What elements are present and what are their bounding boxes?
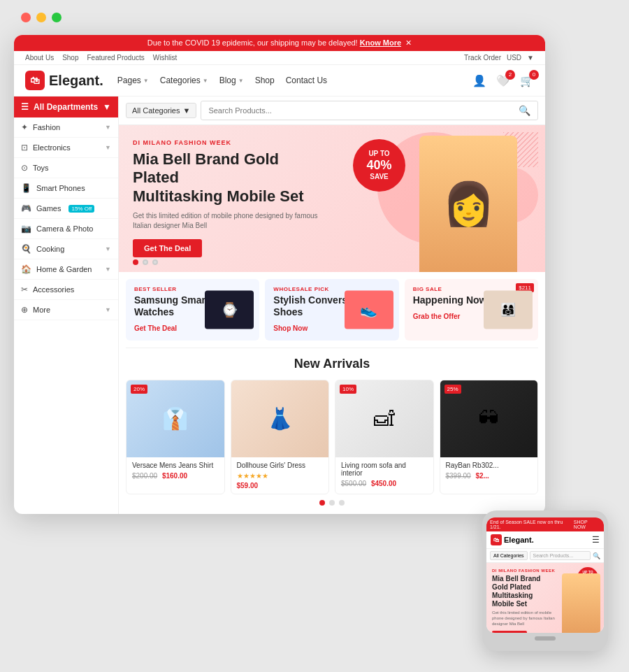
- nav-pages[interactable]: Pages▼: [117, 76, 149, 85]
- phone-hero-person: [562, 573, 600, 633]
- product-image-3: 10% 🛋: [335, 380, 433, 457]
- cart-badge: 0: [529, 70, 539, 80]
- smartphones-icon: 📱: [21, 183, 31, 193]
- more-caret-icon: ▼: [105, 306, 111, 313]
- electronics-caret-icon: ▼: [105, 144, 111, 151]
- utility-nav-left: About Us Shop Featured Products Wishlist: [25, 54, 177, 62]
- sidebar-item-games[interactable]: 🎮 Games 15% Off: [14, 199, 118, 219]
- hero-dot-3[interactable]: [152, 259, 158, 265]
- sidebar-item-accessories[interactable]: ✂ Accessories: [14, 280, 118, 300]
- home-icon: 🏠: [21, 264, 31, 274]
- shop-link[interactable]: Shop: [62, 54, 78, 62]
- user-icon[interactable]: 👤: [472, 74, 486, 87]
- badge-percent-text: 40%: [366, 158, 391, 173]
- products-dot-2[interactable]: [329, 500, 335, 506]
- badge-top-text: UP TO: [368, 150, 389, 158]
- sidebar-header-label: All Departments: [34, 102, 98, 112]
- promo-link-3[interactable]: Grab the Offer: [413, 313, 461, 320]
- sidebar-label-accessories: Accessories: [33, 285, 74, 294]
- sidebar-item-fashion[interactable]: ✦ Fashion ▼: [14, 117, 118, 138]
- track-order-link[interactable]: Track Order: [464, 54, 501, 62]
- sidebar-label-more: More: [33, 306, 50, 314]
- desktop-browser: Due to the COVID 19 epidemic, our shippi…: [14, 35, 545, 514]
- phone-logo: 🛍 Elegant.: [491, 534, 534, 545]
- hero-cta-button[interactable]: Get The Deal: [133, 239, 202, 257]
- product-name-3: Living room sofa and interior: [341, 462, 428, 477]
- cart-icon[interactable]: 🛒 0: [520, 74, 534, 87]
- category-select[interactable]: All Categories ▼: [126, 103, 196, 118]
- phone-hamburger-icon[interactable]: ☰: [592, 535, 600, 545]
- logo[interactable]: 🛍 Elegant.: [25, 71, 103, 90]
- wishlist-link[interactable]: Wishlist: [153, 54, 177, 62]
- product-card-1[interactable]: 20% 👔 Versace Mens Jeans Shirt $200.00 $…: [126, 380, 225, 494]
- cooking-caret-icon: ▼: [105, 245, 111, 252]
- product-price-3: $500.00 $450.00: [341, 480, 428, 487]
- products-carousel-dots: [126, 494, 538, 508]
- sidebar-item-smartphones[interactable]: 📱 Smart Phones: [14, 178, 118, 199]
- hero-banner: UP TO 40% SAVE DI MILANO FASHION WEEK Mi…: [119, 125, 545, 272]
- nav-blog[interactable]: Blog▼: [219, 76, 244, 85]
- wishlist-icon[interactable]: 🤍 2: [496, 74, 510, 87]
- logo-text: Elegant.: [49, 73, 103, 89]
- phone-inner: End of Season SALE now on thru 1/21. SHO…: [486, 517, 604, 633]
- main-navigation: Pages▼ Categories▼ Blog▼ Shop Contact Us: [117, 76, 458, 85]
- product-card-2[interactable]: 👗 Dollhouse Girls' Dress ★★★★★ $59.00: [231, 380, 330, 494]
- search-input[interactable]: [201, 103, 512, 118]
- phone-home-button[interactable]: [535, 636, 556, 641]
- sidebar-item-home-garden[interactable]: 🏠 Home & Garden ▼: [14, 259, 118, 280]
- phone-search-icon[interactable]: 🔍: [593, 552, 600, 559]
- nav-shop[interactable]: Shop: [255, 76, 275, 85]
- sidebar-item-more[interactable]: ⊕ More ▼: [14, 300, 118, 320]
- promo-link-2[interactable]: Shop Now: [273, 324, 308, 332]
- sidebar-header[interactable]: ☰ All Departments ▼: [14, 96, 118, 117]
- promo-link-1[interactable]: Get The Deal: [134, 324, 177, 332]
- minimize-dot[interactable]: [36, 13, 46, 22]
- hero-dot-2[interactable]: [143, 259, 148, 265]
- phone-category-select[interactable]: All Categories: [490, 551, 528, 560]
- product-info-1: Versace Mens Jeans Shirt $200.00 $160.00: [126, 457, 224, 484]
- product-card-4[interactable]: 25% 🕶 RayBan Rb302... $399.00 $2...: [440, 380, 539, 494]
- product-price-4: $399.00 $2...: [446, 472, 533, 480]
- electronics-icon: ⊡: [21, 143, 28, 152]
- product-price-1: $200.00 $160.00: [132, 472, 219, 480]
- phone-search-input[interactable]: Search Products...: [530, 551, 591, 560]
- sidebar: ☰ All Departments ▼ ✦ Fashion ▼ ⊡ Electr…: [14, 96, 119, 514]
- search-button[interactable]: 🔍: [512, 101, 537, 120]
- search-row: All Categories ▼ 🔍: [119, 96, 545, 125]
- announcement-bar: Due to the COVID 19 epidemic, our shippi…: [14, 35, 545, 51]
- sidebar-item-toys[interactable]: ⊙ Toys: [14, 158, 118, 178]
- games-icon: 🎮: [21, 203, 31, 213]
- maximize-dot[interactable]: [52, 13, 62, 22]
- nav-categories[interactable]: Categories▼: [160, 76, 208, 85]
- more-icon: ⊕: [21, 305, 28, 315]
- product-card-3[interactable]: 10% 🛋 Living room sofa and interior $500…: [335, 380, 434, 494]
- sidebar-label-camera: Camera & Photo: [36, 224, 93, 233]
- currency-selector[interactable]: USD: [507, 54, 521, 62]
- products-dot-3[interactable]: [339, 500, 345, 506]
- sidebar-item-cooking[interactable]: 🍳 Cooking ▼: [14, 239, 118, 259]
- product-info-3: Living room sofa and interior $500.00 $4…: [335, 457, 433, 492]
- sidebar-label-smartphones: Smart Phones: [36, 184, 85, 192]
- hero-carousel-dots: [133, 259, 158, 265]
- nav-contact[interactable]: Contact Us: [286, 76, 327, 85]
- products-dot-1[interactable]: [319, 500, 325, 506]
- phone-announcement-link[interactable]: SHOP NOW: [574, 520, 600, 529]
- product-discount-3: 10%: [340, 385, 356, 394]
- phone-frame: End of Season SALE now on thru 1/21. SHO…: [482, 510, 608, 651]
- close-dot[interactable]: [21, 13, 31, 22]
- featured-products-link[interactable]: Featured Products: [87, 54, 145, 62]
- hero-discount-badge: UP TO 40% SAVE: [353, 139, 405, 192]
- phone-announcement-text: End of Season SALE now on thru 1/21.: [490, 520, 574, 529]
- hero-description: Get this limited edition of mobile phone…: [133, 211, 328, 231]
- sidebar-item-electronics[interactable]: ⊡ Electronics ▼: [14, 138, 118, 158]
- currency-caret: ▼: [527, 54, 534, 62]
- sidebar-item-camera[interactable]: 📷 Camera & Photo: [14, 219, 118, 239]
- product-price-2: $59.00: [237, 482, 324, 489]
- announcement-link[interactable]: Know More: [360, 38, 401, 47]
- phone-hero: UP TO 40% SAVE DI MILANO FASHION WEEK Mi…: [486, 563, 604, 633]
- logo-icon: 🛍: [25, 71, 45, 90]
- phone-hero-btn[interactable]: Get The Deal: [492, 631, 527, 633]
- about-us-link[interactable]: About Us: [25, 54, 54, 62]
- product-info-2: Dollhouse Girls' Dress ★★★★★ $59.00: [231, 457, 329, 494]
- hero-dot-1[interactable]: [133, 259, 138, 265]
